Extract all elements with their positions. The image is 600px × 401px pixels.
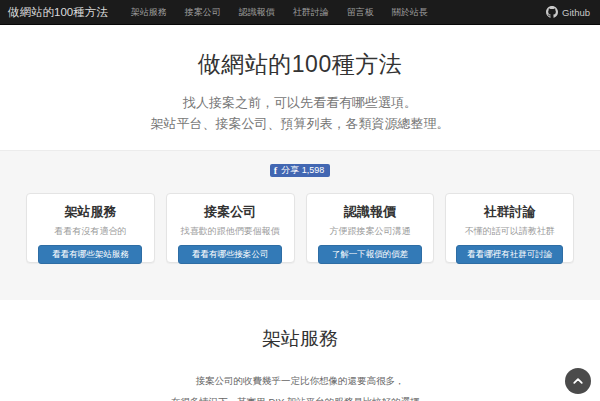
- chevron-up-icon: [572, 375, 584, 387]
- hero-subtitle-line1: 找人接案之前，可以先看看有哪些選項。: [0, 92, 600, 113]
- card-pricing-button[interactable]: 了解一下報價的價差: [318, 245, 422, 264]
- facebook-share-button[interactable]: f 分享 1,598: [270, 164, 330, 177]
- card-community-button[interactable]: 看看哪裡有社群可討論: [456, 245, 563, 264]
- card-community: 社群討論 不懂的話可以請教社群 看看哪裡有社群可討論: [445, 193, 574, 263]
- card-description: 方便跟接案公司溝通: [307, 225, 434, 238]
- nav-item-pricing[interactable]: 認識報價: [230, 0, 284, 25]
- card-hosting-button[interactable]: 看看有哪些架站服務: [38, 245, 142, 264]
- hosting-section: 架站服務 接案公司的收費幾乎一定比你想像的還要高很多， 在很多情況下，其實用 D…: [0, 300, 600, 401]
- facebook-icon: f: [274, 164, 277, 177]
- nav-item-about[interactable]: 關於站長: [383, 0, 437, 25]
- facebook-share-label: 分享 1,598: [281, 164, 324, 177]
- card-description: 看看有沒有適合的: [27, 225, 154, 238]
- card-pricing: 認識報價 方便跟接案公司溝通 了解一下報價的價差: [306, 193, 435, 263]
- cards-band: f 分享 1,598 架站服務 看看有沒有適合的 看看有哪些架站服務 接案公司 …: [0, 150, 600, 300]
- card-title: 社群討論: [446, 203, 573, 221]
- nav-item-hosting[interactable]: 架站服務: [122, 0, 176, 25]
- hero-subtitle: 找人接案之前，可以先看看有哪些選項。 架站平台、接案公司、預算列表，各類資源總整…: [0, 92, 600, 134]
- card-title: 接案公司: [167, 203, 294, 221]
- card-description: 找喜歡的跟他們要個報價: [167, 225, 294, 238]
- card-agencies: 接案公司 找喜歡的跟他們要個報價 看看有哪些接案公司: [166, 193, 295, 263]
- page: 做網站的100種方法 架站服務 接案公司 認識報價 社群討論 留言板 關於站長 …: [0, 0, 600, 401]
- hosting-section-line1: 接案公司的收費幾乎一定比你想像的還要高很多，: [0, 370, 600, 391]
- scroll-to-top-button[interactable]: [565, 368, 591, 394]
- cards-row: 架站服務 看看有沒有適合的 看看有哪些架站服務 接案公司 找喜歡的跟他們要個報價…: [0, 193, 600, 263]
- hosting-section-line2: 在很多情況下，其實用 DIY 架站平台的服務是比較好的選擇。: [0, 391, 600, 401]
- card-agencies-button[interactable]: 看看有哪些接案公司: [178, 245, 282, 264]
- card-title: 架站服務: [27, 203, 154, 221]
- navbar-brand[interactable]: 做網站的100種方法: [8, 5, 108, 20]
- page-title: 做網站的100種方法: [0, 49, 600, 80]
- github-icon: [546, 6, 558, 18]
- hosting-section-text: 接案公司的收費幾乎一定比你想像的還要高很多， 在很多情況下，其實用 DIY 架站…: [0, 370, 600, 401]
- nav-item-community[interactable]: 社群討論: [284, 0, 338, 25]
- nav-item-guestbook[interactable]: 留言板: [338, 0, 383, 25]
- hero-section: 做網站的100種方法 找人接案之前，可以先看看有哪些選項。 架站平台、接案公司、…: [0, 25, 600, 150]
- card-description: 不懂的話可以請教社群: [446, 225, 573, 238]
- hosting-section-heading: 架站服務: [0, 326, 600, 352]
- card-hosting: 架站服務 看看有沒有適合的 看看有哪些架站服務: [26, 193, 155, 263]
- hero-subtitle-line2: 架站平台、接案公司、預算列表，各類資源總整理。: [0, 113, 600, 134]
- card-title: 認識報價: [307, 203, 434, 221]
- navbar-links: 架站服務 接案公司 認識報價 社群討論 留言板 關於站長: [122, 0, 546, 25]
- top-navbar: 做網站的100種方法 架站服務 接案公司 認識報價 社群討論 留言板 關於站長 …: [0, 0, 600, 25]
- nav-item-agencies[interactable]: 接案公司: [176, 0, 230, 25]
- github-label: Github: [562, 7, 590, 18]
- github-link[interactable]: Github: [546, 6, 590, 18]
